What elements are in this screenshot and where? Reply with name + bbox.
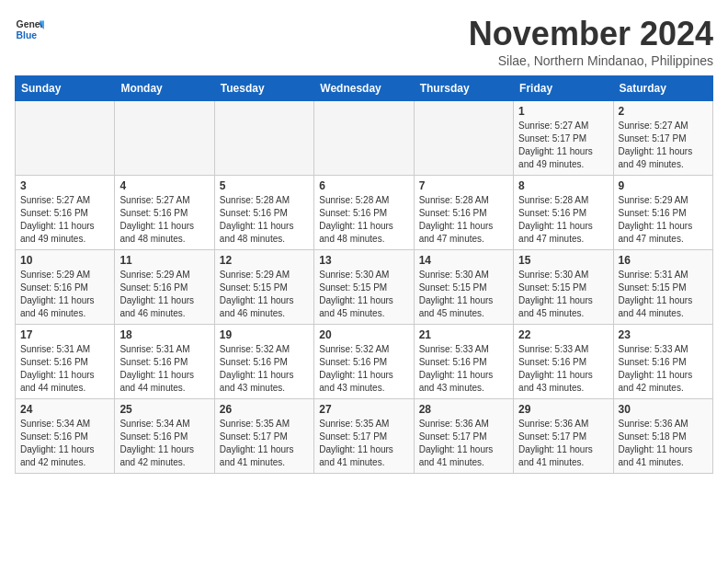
- day-info: Sunrise: 5:32 AM Sunset: 5:16 PM Dayligh…: [220, 343, 309, 395]
- calendar-day-cell: 7Sunrise: 5:28 AM Sunset: 5:16 PM Daylig…: [414, 176, 513, 250]
- calendar-week-row: 17Sunrise: 5:31 AM Sunset: 5:16 PM Dayli…: [16, 325, 713, 399]
- day-info: Sunrise: 5:35 AM Sunset: 5:17 PM Dayligh…: [220, 418, 309, 469]
- day-info: Sunrise: 5:34 AM Sunset: 5:16 PM Dayligh…: [20, 418, 109, 469]
- day-number: 27: [319, 403, 408, 416]
- calendar-day-cell: 27Sunrise: 5:35 AM Sunset: 5:17 PM Dayli…: [314, 399, 414, 474]
- day-number: 16: [619, 254, 708, 267]
- calendar-day-cell: 6Sunrise: 5:28 AM Sunset: 5:16 PM Daylig…: [314, 176, 414, 250]
- day-number: 25: [119, 403, 209, 416]
- day-number: 2: [619, 105, 708, 118]
- day-number: 8: [518, 179, 608, 192]
- day-info: Sunrise: 5:31 AM Sunset: 5:16 PM Dayligh…: [119, 343, 209, 395]
- day-info: Sunrise: 5:27 AM Sunset: 5:16 PM Dayligh…: [20, 194, 109, 246]
- day-info: Sunrise: 5:30 AM Sunset: 5:15 PM Dayligh…: [518, 269, 608, 320]
- calendar-day-cell: 28Sunrise: 5:36 AM Sunset: 5:17 PM Dayli…: [414, 399, 513, 474]
- calendar-week-row: 10Sunrise: 5:29 AM Sunset: 5:16 PM Dayli…: [16, 250, 713, 325]
- day-info: Sunrise: 5:27 AM Sunset: 5:16 PM Dayligh…: [119, 194, 209, 246]
- empty-day-cell: [214, 101, 313, 176]
- calendar-day-cell: 22Sunrise: 5:33 AM Sunset: 5:16 PM Dayli…: [514, 325, 613, 399]
- day-number: 11: [119, 254, 209, 267]
- day-info: Sunrise: 5:29 AM Sunset: 5:15 PM Dayligh…: [220, 269, 309, 320]
- day-number: 30: [619, 403, 708, 416]
- day-number: 12: [220, 254, 309, 267]
- calendar-day-cell: 10Sunrise: 5:29 AM Sunset: 5:16 PM Dayli…: [16, 250, 115, 325]
- calendar-day-cell: 5Sunrise: 5:28 AM Sunset: 5:16 PM Daylig…: [214, 176, 313, 250]
- calendar-day-cell: 1Sunrise: 5:27 AM Sunset: 5:17 PM Daylig…: [514, 101, 613, 176]
- col-header-thursday: Thursday: [414, 76, 513, 101]
- day-info: Sunrise: 5:27 AM Sunset: 5:17 PM Dayligh…: [619, 120, 708, 171]
- calendar-day-cell: 12Sunrise: 5:29 AM Sunset: 5:15 PM Dayli…: [214, 250, 313, 325]
- day-info: Sunrise: 5:29 AM Sunset: 5:16 PM Dayligh…: [119, 269, 209, 320]
- day-number: 4: [119, 179, 209, 192]
- calendar-day-cell: 18Sunrise: 5:31 AM Sunset: 5:16 PM Dayli…: [115, 325, 214, 399]
- calendar-day-cell: 14Sunrise: 5:30 AM Sunset: 5:15 PM Dayli…: [414, 250, 513, 325]
- calendar-header-row: SundayMondayTuesdayWednesdayThursdayFrid…: [16, 76, 713, 101]
- day-info: Sunrise: 5:36 AM Sunset: 5:17 PM Dayligh…: [419, 418, 508, 469]
- day-info: Sunrise: 5:29 AM Sunset: 5:16 PM Dayligh…: [20, 269, 109, 320]
- col-header-friday: Friday: [514, 76, 613, 101]
- col-header-saturday: Saturday: [613, 76, 712, 101]
- day-number: 14: [419, 254, 508, 267]
- day-info: Sunrise: 5:27 AM Sunset: 5:17 PM Dayligh…: [518, 120, 608, 171]
- calendar-week-row: 1Sunrise: 5:27 AM Sunset: 5:17 PM Daylig…: [16, 101, 713, 176]
- location-subtitle: Silae, Northern Mindanao, Philippines: [469, 53, 713, 68]
- calendar-day-cell: 13Sunrise: 5:30 AM Sunset: 5:15 PM Dayli…: [314, 250, 414, 325]
- day-number: 5: [220, 179, 309, 192]
- calendar-day-cell: 15Sunrise: 5:30 AM Sunset: 5:15 PM Dayli…: [514, 250, 613, 325]
- day-number: 6: [319, 179, 408, 192]
- calendar-day-cell: 16Sunrise: 5:31 AM Sunset: 5:15 PM Dayli…: [613, 250, 712, 325]
- calendar-day-cell: 19Sunrise: 5:32 AM Sunset: 5:16 PM Dayli…: [214, 325, 313, 399]
- day-number: 7: [419, 179, 508, 192]
- calendar-day-cell: 29Sunrise: 5:36 AM Sunset: 5:17 PM Dayli…: [514, 399, 613, 474]
- day-info: Sunrise: 5:28 AM Sunset: 5:16 PM Dayligh…: [220, 194, 309, 246]
- day-number: 29: [518, 403, 608, 416]
- calendar-day-cell: 24Sunrise: 5:34 AM Sunset: 5:16 PM Dayli…: [16, 399, 115, 474]
- calendar-day-cell: 8Sunrise: 5:28 AM Sunset: 5:16 PM Daylig…: [514, 176, 613, 250]
- day-info: Sunrise: 5:35 AM Sunset: 5:17 PM Dayligh…: [319, 418, 408, 469]
- calendar-week-row: 24Sunrise: 5:34 AM Sunset: 5:16 PM Dayli…: [16, 399, 713, 474]
- day-number: 26: [220, 403, 309, 416]
- day-number: 3: [20, 179, 109, 192]
- day-number: 22: [518, 328, 608, 341]
- empty-day-cell: [414, 101, 513, 176]
- title-block: November 2024 Silae, Northern Mindanao, …: [469, 15, 713, 68]
- page-header: General Blue November 2024 Silae, Northe…: [15, 15, 713, 68]
- day-number: 21: [419, 328, 508, 341]
- calendar-day-cell: 26Sunrise: 5:35 AM Sunset: 5:17 PM Dayli…: [214, 399, 313, 474]
- day-info: Sunrise: 5:32 AM Sunset: 5:16 PM Dayligh…: [319, 343, 408, 395]
- empty-day-cell: [314, 101, 414, 176]
- logo: General Blue: [15, 15, 44, 44]
- day-info: Sunrise: 5:31 AM Sunset: 5:15 PM Dayligh…: [619, 269, 708, 320]
- empty-day-cell: [16, 101, 115, 176]
- day-number: 10: [20, 254, 109, 267]
- day-info: Sunrise: 5:36 AM Sunset: 5:18 PM Dayligh…: [619, 418, 708, 469]
- calendar-day-cell: 9Sunrise: 5:29 AM Sunset: 5:16 PM Daylig…: [613, 176, 712, 250]
- day-info: Sunrise: 5:33 AM Sunset: 5:16 PM Dayligh…: [518, 343, 608, 395]
- calendar-day-cell: 20Sunrise: 5:32 AM Sunset: 5:16 PM Dayli…: [314, 325, 414, 399]
- calendar-day-cell: 17Sunrise: 5:31 AM Sunset: 5:16 PM Dayli…: [16, 325, 115, 399]
- svg-text:Blue: Blue: [17, 30, 38, 40]
- calendar-day-cell: 23Sunrise: 5:33 AM Sunset: 5:16 PM Dayli…: [613, 325, 712, 399]
- day-info: Sunrise: 5:33 AM Sunset: 5:16 PM Dayligh…: [419, 343, 508, 395]
- col-header-tuesday: Tuesday: [214, 76, 313, 101]
- day-number: 13: [319, 254, 408, 267]
- calendar-day-cell: 11Sunrise: 5:29 AM Sunset: 5:16 PM Dayli…: [115, 250, 214, 325]
- day-number: 18: [119, 328, 209, 341]
- calendar-day-cell: 3Sunrise: 5:27 AM Sunset: 5:16 PM Daylig…: [16, 176, 115, 250]
- calendar-day-cell: 4Sunrise: 5:27 AM Sunset: 5:16 PM Daylig…: [115, 176, 214, 250]
- calendar-day-cell: 25Sunrise: 5:34 AM Sunset: 5:16 PM Dayli…: [115, 399, 214, 474]
- calendar-day-cell: 30Sunrise: 5:36 AM Sunset: 5:18 PM Dayli…: [613, 399, 712, 474]
- day-number: 24: [20, 403, 109, 416]
- calendar-day-cell: 2Sunrise: 5:27 AM Sunset: 5:17 PM Daylig…: [613, 101, 712, 176]
- col-header-sunday: Sunday: [16, 76, 115, 101]
- empty-day-cell: [115, 101, 214, 176]
- day-number: 17: [20, 328, 109, 341]
- day-number: 9: [619, 179, 708, 192]
- day-number: 23: [619, 328, 708, 341]
- day-info: Sunrise: 5:28 AM Sunset: 5:16 PM Dayligh…: [518, 194, 608, 246]
- day-number: 15: [518, 254, 608, 267]
- day-info: Sunrise: 5:28 AM Sunset: 5:16 PM Dayligh…: [319, 194, 408, 246]
- calendar-week-row: 3Sunrise: 5:27 AM Sunset: 5:16 PM Daylig…: [16, 176, 713, 250]
- day-info: Sunrise: 5:34 AM Sunset: 5:16 PM Dayligh…: [119, 418, 209, 469]
- day-info: Sunrise: 5:28 AM Sunset: 5:16 PM Dayligh…: [419, 194, 508, 246]
